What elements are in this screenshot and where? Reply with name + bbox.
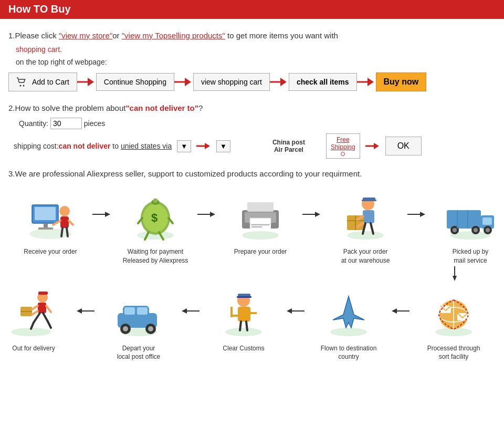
add-to-cart-button[interactable]: Add to Cart bbox=[8, 72, 77, 91]
section-3: 3.We are professional Aliexpress seller,… bbox=[8, 169, 496, 361]
quantity-row: Quantity: pieces bbox=[19, 118, 496, 129]
pieces-label: pieces bbox=[84, 119, 105, 128]
svg-line-95 bbox=[43, 313, 48, 321]
flow-label-10: Processed throughsort facility bbox=[427, 344, 480, 362]
svg-point-1 bbox=[23, 85, 25, 87]
quantity-label: Quantity: bbox=[19, 119, 48, 128]
svg-rect-18 bbox=[153, 199, 158, 203]
circle-dot bbox=[341, 152, 345, 156]
svg-point-81 bbox=[123, 326, 128, 331]
step1-text: 1.Please click "view my store"or "view m… bbox=[8, 29, 496, 42]
continue-shopping-button[interactable]: Continue Shopping bbox=[96, 73, 174, 91]
svg-rect-71 bbox=[230, 307, 233, 317]
flow-arrow-1 bbox=[77, 77, 96, 87]
flow-label-2: Waiting for paymentReleased by Aliexpres… bbox=[123, 247, 188, 265]
flow-label-5: Picked up bymail service bbox=[453, 247, 489, 265]
view-cart-label: view shopping cart bbox=[201, 78, 262, 86]
quantity-input[interactable] bbox=[50, 118, 82, 129]
flow-item-1: Receive your order bbox=[8, 186, 92, 256]
flow-arrow-4 bbox=[357, 77, 376, 87]
section-1: 1.Please click "view my store"or "view m… bbox=[8, 29, 496, 91]
arrow-icon-1 bbox=[92, 210, 111, 219]
step2-text: 2.How to solve the problem about"can not… bbox=[8, 102, 496, 115]
step1-text-prefix: 1.Please click bbox=[8, 31, 59, 40]
ok-button[interactable]: OK bbox=[385, 137, 422, 155]
shipping-label-text: shipping cost: bbox=[14, 142, 59, 150]
flow-item-9: Flown to destinationcountry bbox=[307, 283, 391, 362]
dropdown-btn-2[interactable]: ▼ bbox=[216, 140, 230, 152]
process-flow-row1: Receive your order $ bbox=[8, 186, 496, 265]
svg-rect-36 bbox=[363, 210, 374, 223]
svg-rect-47 bbox=[482, 217, 492, 225]
svg-point-53 bbox=[486, 228, 490, 232]
flow-item-7: Depart yourlocal post office bbox=[97, 283, 181, 362]
dropdown-btn-1[interactable]: ▼ bbox=[177, 140, 191, 152]
check-all-items-button[interactable]: check all items bbox=[289, 73, 357, 91]
svg-rect-78 bbox=[124, 307, 135, 315]
flow-arrow-step3 bbox=[302, 186, 323, 219]
svg-point-83 bbox=[148, 326, 153, 331]
svg-point-0 bbox=[20, 85, 22, 87]
flow-arrow-3 bbox=[270, 77, 289, 87]
svg-point-32 bbox=[347, 231, 384, 240]
svg-rect-26 bbox=[247, 202, 274, 212]
buy-now-label: Buy now bbox=[384, 77, 419, 87]
flow-arrow-step8 bbox=[286, 283, 307, 315]
arrow-icon-6 bbox=[76, 307, 94, 315]
cart-flow: Add to Cart Continue Shopping view shopp… bbox=[8, 72, 496, 91]
flow-arrow-step6 bbox=[76, 283, 97, 315]
buy-now-button[interactable]: Buy now bbox=[376, 72, 427, 91]
svg-line-74 bbox=[246, 321, 247, 330]
svg-point-7 bbox=[59, 206, 70, 216]
svg-rect-72 bbox=[243, 312, 257, 314]
china-post-box: China post Air Parcel bbox=[272, 139, 305, 153]
delivery-icon bbox=[2, 283, 65, 341]
flow-item-6: Out for delivery bbox=[0, 283, 76, 353]
china-post-sub: Air Parcel bbox=[274, 146, 303, 153]
shipping-arrow-2 bbox=[365, 142, 380, 150]
svg-rect-86 bbox=[38, 292, 48, 295]
svg-rect-45 bbox=[447, 210, 481, 229]
svg-rect-30 bbox=[251, 226, 262, 227]
step1-text-or: or bbox=[112, 31, 122, 40]
flow-label-6: Out for delivery bbox=[12, 344, 55, 353]
header-title: How TO Buy bbox=[8, 3, 71, 15]
svg-point-2 bbox=[29, 229, 71, 239]
view-topselling-link[interactable]: "view my Topselling products" bbox=[122, 31, 225, 40]
svg-rect-31 bbox=[250, 218, 271, 224]
svg-marker-57 bbox=[453, 276, 457, 281]
flow-item-8: Clear Customs bbox=[202, 283, 286, 353]
shipping-arrow-1 bbox=[196, 142, 211, 150]
svg-point-49 bbox=[453, 228, 457, 232]
flow-label-4: Pack your orderat our warehouse bbox=[341, 247, 390, 265]
flow-arrow-step9 bbox=[391, 283, 412, 315]
svg-rect-6 bbox=[38, 227, 53, 230]
arrow-icon-3 bbox=[302, 210, 321, 219]
flow-item-5: Picked up bymail service bbox=[428, 186, 504, 265]
pack-icon bbox=[334, 186, 397, 244]
svg-line-92 bbox=[46, 306, 51, 312]
section-2: 2.How to solve the problem about"can not… bbox=[8, 102, 496, 159]
view-store-link[interactable]: "view my store" bbox=[59, 31, 112, 40]
customs-icon bbox=[212, 283, 275, 341]
flow-label-1: Receive your order bbox=[24, 247, 77, 256]
check-items-label: check all items bbox=[297, 78, 349, 86]
via-text[interactable]: unied states via bbox=[121, 142, 172, 150]
cannot-deliver-text: can not deliver bbox=[59, 142, 111, 150]
svg-rect-35 bbox=[362, 200, 376, 201]
flow-arrow-step4 bbox=[407, 186, 428, 219]
flow-item-3: Prepare your order bbox=[218, 186, 302, 256]
svg-rect-87 bbox=[38, 303, 46, 313]
cart-icon bbox=[16, 77, 27, 87]
svg-rect-8 bbox=[60, 216, 69, 228]
process-flow-row2: Processed throughsort facility Flown to … bbox=[8, 283, 496, 362]
flow-label-3: Prepare your order bbox=[234, 247, 287, 256]
view-shopping-cart-button[interactable]: view shopping cart bbox=[193, 73, 270, 91]
free-shipping-box: Free Shipping bbox=[326, 133, 360, 159]
svg-point-51 bbox=[474, 228, 478, 232]
svg-line-91 bbox=[32, 311, 38, 315]
sort-facility-icon bbox=[422, 283, 485, 341]
svg-line-90 bbox=[32, 306, 38, 309]
flow-item-2: $ Waiting for paymentReleased by Aliexpr… bbox=[113, 186, 197, 265]
post-office-icon bbox=[107, 283, 170, 341]
